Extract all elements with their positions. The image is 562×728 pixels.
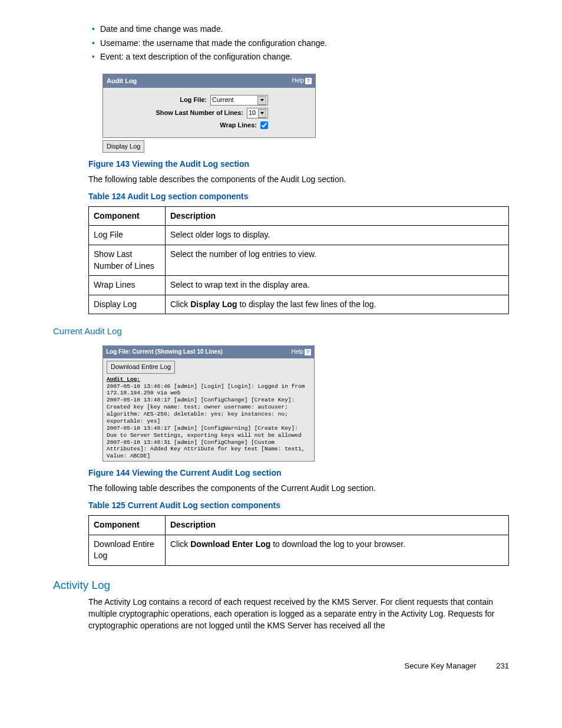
audit-log-panel: Audit Log Help ? Log File: Current <box>103 74 316 138</box>
component-cell: Show Last Number of Lines <box>89 245 166 275</box>
help-icon: ? <box>305 349 311 355</box>
section-heading: Activity Log <box>53 578 509 594</box>
col-header: Description <box>166 206 509 226</box>
table-row: Wrap LinesSelect to wrap text in the dis… <box>89 276 509 295</box>
panel-title: Audit Log <box>107 77 137 85</box>
wrap-lines-checkbox[interactable] <box>260 121 268 129</box>
logfile-select[interactable]: Current <box>210 95 268 106</box>
panel-header: Log File: Current (Showing Last 10 Lines… <box>103 345 315 358</box>
help-label: Help <box>291 348 303 356</box>
component-cell: Display Log <box>89 295 166 314</box>
table-caption: Table 125 Current Audit Log section comp… <box>88 500 509 512</box>
chevron-down-icon <box>258 109 266 118</box>
lines-value: 10 <box>249 108 256 117</box>
table-caption: Table 124 Audit Log section components <box>88 191 509 203</box>
list-item: Username: the username that made the con… <box>100 38 509 50</box>
help-link[interactable]: Help ? <box>291 348 311 356</box>
description-cell: Click Display Log to display the last fe… <box>166 295 509 314</box>
lines-label: Show Last Number of Lines: <box>156 108 243 117</box>
wrap-label: Wrap Lines: <box>220 121 257 130</box>
page-footer: Secure Key Manager 231 <box>53 661 509 671</box>
body-text: The Activity Log contains a record of ea… <box>88 597 509 631</box>
log-text: 2007-05-10 13:46:46 [admin] [Login] [Log… <box>107 383 308 460</box>
chevron-down-icon <box>257 96 266 105</box>
log-output: Audit Log: 2007-05-10 13:46:46 [admin] [… <box>107 376 310 460</box>
description-cell: Click Download Enter Log to download the… <box>166 535 509 565</box>
description-cell: Select the number of log entries to view… <box>166 245 509 275</box>
component-cell: Log File <box>89 226 166 245</box>
body-text: The following table describes the compon… <box>88 483 509 495</box>
table-row: Download Entire LogClick Download Enter … <box>89 535 509 565</box>
col-header: Component <box>89 515 166 535</box>
audit-log-label: Audit Log: <box>107 376 140 383</box>
figure-caption: Figure 144 Viewing the Current Audit Log… <box>88 467 509 479</box>
description-cell: Select to wrap text in the display area. <box>166 276 509 295</box>
col-header: Component <box>89 206 166 226</box>
list-item: Event: a text description of the configu… <box>100 51 509 63</box>
component-cell: Wrap Lines <box>89 276 166 295</box>
page-number: 231 <box>496 661 509 671</box>
help-link[interactable]: Help ? <box>292 77 312 85</box>
logfile-value: Current <box>212 95 234 104</box>
display-log-button[interactable]: Display Log <box>103 140 144 153</box>
logfile-label: Log File: <box>180 95 207 104</box>
section-heading: Current Audit Log <box>53 325 509 337</box>
table-row: Log FileSelect older logs to display. <box>89 226 509 245</box>
list-item: Date and time change was made. <box>100 24 509 35</box>
table-row: Display LogClick Display Log to display … <box>89 295 509 314</box>
help-icon: ? <box>305 78 312 84</box>
figure-caption: Figure 143 Viewing the Audit Log section <box>88 159 509 170</box>
col-header: Description <box>166 515 509 535</box>
lines-select[interactable]: 10 <box>247 108 268 118</box>
help-label: Help <box>292 77 304 85</box>
body-text: The following table describes the compon… <box>88 174 509 186</box>
panel-header: Audit Log Help ? <box>103 74 315 88</box>
table-row: Show Last Number of LinesSelect the numb… <box>89 245 509 275</box>
description-cell: Select older logs to display. <box>166 226 509 245</box>
footer-product: Secure Key Manager <box>405 661 477 670</box>
components-table-2: Component Description Download Entire Lo… <box>88 515 509 566</box>
panel-title: Log File: Current (Showing Last 10 Lines… <box>106 348 223 356</box>
download-log-button[interactable]: Download Entire Log <box>107 361 175 373</box>
current-audit-log-panel: Log File: Current (Showing Last 10 Lines… <box>103 345 315 462</box>
component-cell: Download Entire Log <box>89 535 166 565</box>
intro-bullet-list: Date and time change was made. Username:… <box>88 24 509 63</box>
components-table-1: Component Description Log FileSelect old… <box>88 206 509 315</box>
